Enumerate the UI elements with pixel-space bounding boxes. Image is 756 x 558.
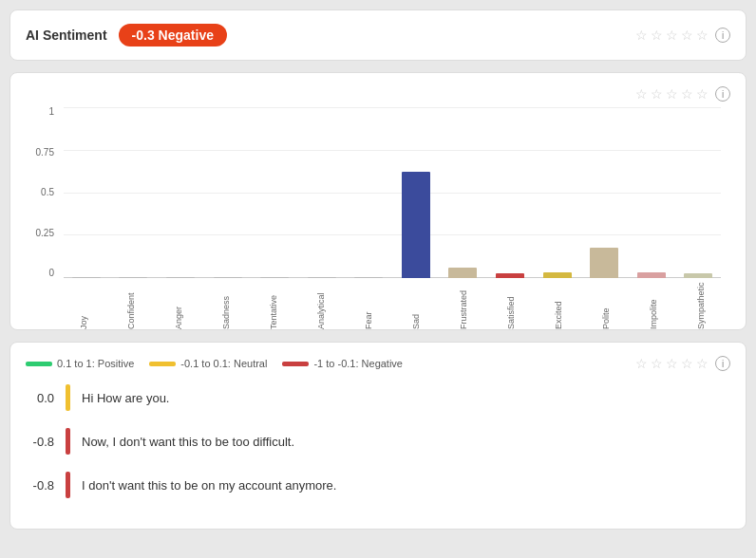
x-label-impolite-group: Impolite bbox=[633, 282, 673, 329]
bar-tentative-rect bbox=[260, 277, 289, 278]
card3-top: 0.1 to 1: Positive -0.1 to 0.1: Neutral … bbox=[26, 356, 730, 371]
chart-area: 1 0.75 0.5 0.25 0 bbox=[26, 107, 730, 316]
chart-container: ☆ ☆ ☆ ☆ ☆ i 1 0.75 0.5 0.25 0 bbox=[26, 86, 730, 316]
x-label-satisfied-group: Satisfied bbox=[491, 282, 531, 329]
chart-star-1[interactable]: ☆ bbox=[635, 86, 648, 102]
x-label-sadness-group: Sadness bbox=[206, 282, 246, 329]
x-label-analytical: Analytical bbox=[316, 282, 327, 329]
x-label-sadness: Sadness bbox=[221, 282, 232, 329]
chart-info-icon[interactable]: i bbox=[715, 86, 730, 102]
star-3[interactable]: ☆ bbox=[666, 28, 678, 43]
bar-polite bbox=[583, 248, 625, 278]
x-label-anger: Anger bbox=[174, 282, 184, 329]
x-label-excited-group: Excited bbox=[539, 282, 578, 329]
bar-tentative bbox=[254, 277, 295, 278]
bar-sad-rect bbox=[402, 172, 430, 278]
legend-positive-label: 0.1 to 1: Positive bbox=[57, 358, 134, 369]
msg-text-1: Hi How are you. bbox=[82, 391, 169, 405]
y-label-2: 0.75 bbox=[36, 148, 54, 158]
x-label-polite-group: Polite bbox=[586, 282, 626, 329]
legend-neutral-label: -0.1 to 0.1: Neutral bbox=[180, 358, 267, 369]
bar-anger-rect bbox=[166, 277, 195, 278]
star-5[interactable]: ☆ bbox=[696, 28, 709, 43]
stars-info: ☆ ☆ ☆ ☆ ☆ i bbox=[635, 28, 730, 43]
chart-star-5[interactable]: ☆ bbox=[696, 86, 709, 102]
x-label-frustrated: Frustrated bbox=[459, 282, 469, 329]
ai-sentiment-card: AI Sentiment -0.3 Negative ☆ ☆ ☆ ☆ ☆ i bbox=[9, 9, 747, 61]
bar-impolite-rect bbox=[637, 272, 666, 278]
msg-score-3: -0.8 bbox=[26, 478, 54, 493]
message-row-3: -0.8 I don't want this to be on my accou… bbox=[26, 472, 730, 498]
card3-stars-info: ☆ ☆ ☆ ☆ ☆ i bbox=[635, 356, 730, 371]
bar-fear bbox=[348, 277, 389, 278]
legend-group: 0.1 to 1: Positive -0.1 to 0.1: Neutral … bbox=[26, 358, 403, 369]
x-label-confident-group: Confident bbox=[111, 282, 151, 329]
card3-star-1[interactable]: ☆ bbox=[635, 356, 648, 371]
x-label-sad-group: Sad bbox=[396, 282, 436, 329]
x-label-tentative: Tentative bbox=[269, 282, 279, 329]
bar-analytical-rect bbox=[308, 277, 336, 278]
star-1[interactable]: ☆ bbox=[635, 28, 648, 43]
x-label-satisfied: Satisfied bbox=[506, 282, 517, 329]
star-4[interactable]: ☆ bbox=[681, 28, 693, 43]
card3-info-icon[interactable]: i bbox=[715, 356, 730, 371]
bar-sadness bbox=[207, 277, 249, 278]
x-label-joy: Joy bbox=[79, 282, 89, 329]
bar-confident-rect bbox=[119, 277, 147, 278]
card3-star-3[interactable]: ☆ bbox=[666, 356, 678, 371]
bar-joy-rect bbox=[72, 277, 101, 278]
legend-negative-label: -1 to -0.1: Negative bbox=[313, 358, 403, 369]
x-label-sympathetic-group: Sympathetic bbox=[681, 282, 721, 329]
x-label-impolite: Impolite bbox=[649, 282, 659, 329]
x-label-tentative-group: Tentative bbox=[254, 282, 293, 329]
x-label-excited: Excited bbox=[554, 282, 564, 329]
bar-satisfied bbox=[489, 273, 531, 278]
bar-impolite bbox=[631, 272, 672, 278]
bar-polite-rect bbox=[590, 248, 618, 278]
chart-star-3[interactable]: ☆ bbox=[666, 86, 678, 102]
bar-satisfied-rect bbox=[496, 273, 524, 278]
y-label-4: 0.25 bbox=[36, 229, 54, 238]
sentiment-badge: -0.3 Negative bbox=[119, 24, 227, 46]
bar-sadness-rect bbox=[214, 277, 242, 278]
messages-card: 0.1 to 1: Positive -0.1 to 0.1: Neutral … bbox=[9, 342, 747, 530]
legend-positive: 0.1 to 1: Positive bbox=[26, 358, 134, 369]
sentiment-left: AI Sentiment -0.3 Negative bbox=[26, 24, 227, 46]
chart-star-2[interactable]: ☆ bbox=[651, 86, 663, 102]
x-label-sympathetic: Sympathetic bbox=[696, 282, 707, 329]
msg-score-2: -0.8 bbox=[26, 435, 54, 449]
x-label-polite: Polite bbox=[601, 282, 612, 329]
msg-score-1: 0.0 bbox=[26, 391, 54, 405]
card3-star-4[interactable]: ☆ bbox=[681, 356, 693, 371]
chart-star-4[interactable]: ☆ bbox=[681, 86, 693, 102]
message-row-1: 0.0 Hi How are you. bbox=[26, 384, 730, 411]
y-label-3: 0.5 bbox=[41, 188, 54, 197]
legend-negative: -1 to -0.1: Negative bbox=[282, 358, 403, 369]
card3-star-2[interactable]: ☆ bbox=[651, 356, 663, 371]
info-icon[interactable]: i bbox=[715, 28, 730, 43]
msg-text-2: Now, I don't want this to be too difficu… bbox=[82, 435, 294, 449]
sentiment-title: AI Sentiment bbox=[26, 28, 107, 43]
msg-bar-1 bbox=[66, 384, 70, 411]
bar-anger bbox=[160, 277, 201, 278]
card3-star-5[interactable]: ☆ bbox=[696, 356, 709, 371]
msg-bar-2 bbox=[66, 428, 70, 455]
x-label-joy-group: Joy bbox=[64, 282, 104, 329]
star-2[interactable]: ☆ bbox=[651, 28, 663, 43]
emotion-chart-card: ☆ ☆ ☆ ☆ ☆ i 1 0.75 0.5 0.25 0 bbox=[9, 72, 747, 330]
x-label-anger-group: Anger bbox=[159, 282, 198, 329]
bar-sympathetic-rect bbox=[684, 273, 712, 278]
msg-bar-3 bbox=[66, 472, 70, 498]
x-label-confident: Confident bbox=[126, 282, 137, 329]
y-label-5: 0 bbox=[48, 269, 54, 278]
bar-excited bbox=[537, 272, 578, 278]
bar-frustrated bbox=[443, 268, 484, 278]
bars-container bbox=[64, 107, 721, 278]
x-labels: Joy Confident Anger Sadness Tentative An… bbox=[26, 278, 730, 329]
sentiment-header: AI Sentiment -0.3 Negative ☆ ☆ ☆ ☆ ☆ i bbox=[26, 24, 730, 46]
message-row-2: -0.8 Now, I don't want this to be too di… bbox=[26, 428, 730, 455]
x-label-sad: Sad bbox=[411, 282, 422, 329]
bar-sad bbox=[395, 172, 437, 278]
x-label-frustrated-group: Frustrated bbox=[444, 282, 483, 329]
y-axis: 1 0.75 0.5 0.25 0 bbox=[26, 107, 60, 278]
